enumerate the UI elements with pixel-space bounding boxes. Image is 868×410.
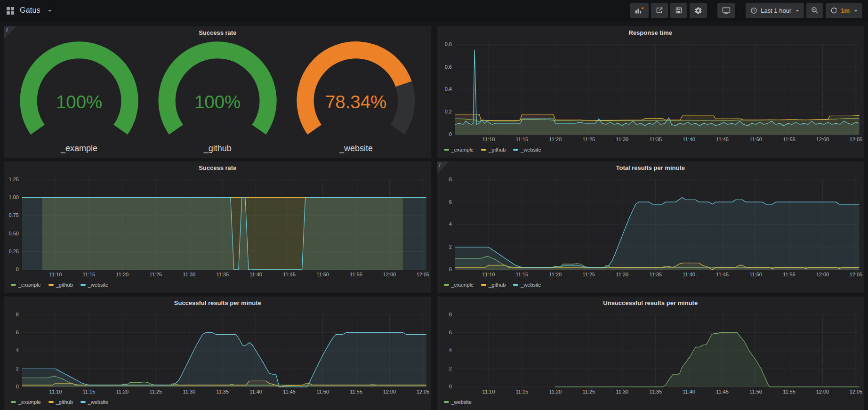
panel-title[interactable]: Response time <box>437 26 864 39</box>
legend-label: _website <box>88 399 108 405</box>
svg-text:11:45: 11:45 <box>716 272 729 277</box>
legend-swatch-icon <box>481 149 486 151</box>
svg-text:11:55: 11:55 <box>350 389 362 394</box>
panel-title[interactable]: Total results per minute <box>437 161 864 174</box>
legend-item-_website[interactable]: _website <box>80 282 108 288</box>
panel-title[interactable]: Success rate <box>4 161 431 174</box>
svg-text:11:15: 11:15 <box>83 389 96 394</box>
legend-item-_github[interactable]: _github <box>481 147 506 153</box>
svg-text:11:10: 11:10 <box>482 272 495 277</box>
legend-label: _website <box>521 147 541 153</box>
navbar: Gatus Last 1 hour 1m <box>0 0 868 21</box>
svg-text:11:30: 11:30 <box>616 389 628 394</box>
panel-title[interactable]: Success rate <box>4 26 431 39</box>
info-corner-icon[interactable]: i <box>4 26 16 39</box>
svg-text:11:20: 11:20 <box>116 389 129 394</box>
svg-text:11:30: 11:30 <box>616 272 628 277</box>
svg-text:0.75: 0.75 <box>9 212 19 218</box>
zoom-out-icon <box>811 7 819 14</box>
success-rate-chart[interactable]: 00.250.500.751.001.2511:1011:1511:2011:2… <box>4 174 431 279</box>
legend: _example_github_website <box>437 279 864 293</box>
legend: _website <box>437 396 864 410</box>
add-panel-button[interactable] <box>630 3 649 18</box>
svg-text:12:00: 12:00 <box>383 389 396 394</box>
time-range-label: Last 1 hour <box>761 7 791 14</box>
unsuccessful-results-plot[interactable]: 0246811:1011:1511:2011:2511:3011:3511:40… <box>437 309 864 396</box>
settings-button[interactable] <box>690 3 707 18</box>
save-button[interactable] <box>670 3 687 18</box>
successful-results-plot[interactable]: 0246811:1011:1511:2011:2511:3011:3511:40… <box>4 309 431 396</box>
refresh-button[interactable]: 1m <box>826 3 862 18</box>
legend-item-_example[interactable]: _example <box>444 147 474 153</box>
svg-text:11:35: 11:35 <box>649 272 662 277</box>
refresh-icon <box>830 7 837 14</box>
svg-text:8: 8 <box>449 177 451 182</box>
svg-text:1.00: 1.00 <box>9 194 19 200</box>
svg-text:11:15: 11:15 <box>515 272 528 277</box>
panel-success-rate-gauges: i Success rate 100%_example100%_github78… <box>4 26 431 158</box>
gauge-_github: 100%_github <box>148 40 287 157</box>
panel-response-time: Response time 00.20.40.60.811:1011:1511:… <box>437 26 864 158</box>
svg-text:1.25: 1.25 <box>9 177 19 182</box>
tv-mode-button[interactable] <box>717 3 735 18</box>
legend: _example_github_website <box>437 144 864 158</box>
svg-text:11:25: 11:25 <box>149 272 162 277</box>
svg-text:11:25: 11:25 <box>582 272 595 277</box>
chevron-down-icon[interactable] <box>48 10 52 12</box>
legend-item-_example[interactable]: _example <box>11 282 41 288</box>
success-rate-plot[interactable]: 00.250.500.751.001.2511:1011:1511:2011:2… <box>4 174 431 279</box>
panel-title[interactable]: Unsuccessful results per minute <box>437 297 864 309</box>
svg-text:11:50: 11:50 <box>749 389 762 394</box>
svg-text:11:35: 11:35 <box>216 272 229 277</box>
legend-label: _github <box>489 282 506 288</box>
legend-item-_website[interactable]: _website <box>444 399 472 405</box>
svg-text:11:55: 11:55 <box>783 272 796 277</box>
total-results-plot[interactable]: 0246811:1011:1511:2011:2511:3011:3511:40… <box>437 174 864 279</box>
legend-item-_github[interactable]: _github <box>481 282 506 288</box>
gauge-label: _github <box>204 144 232 157</box>
response-time-chart[interactable]: 00.20.40.60.811:1011:1511:2011:2511:3011… <box>437 39 864 144</box>
svg-text:11:20: 11:20 <box>116 272 129 277</box>
svg-text:11:15: 11:15 <box>515 137 528 142</box>
legend-item-_website[interactable]: _website <box>80 399 108 405</box>
svg-text:2: 2 <box>449 366 451 371</box>
share-button[interactable] <box>651 3 668 18</box>
gear-icon <box>694 7 702 15</box>
legend-item-_github[interactable]: _github <box>48 282 73 288</box>
svg-text:11:20: 11:20 <box>549 272 562 277</box>
svg-text:12:05: 12:05 <box>849 137 862 142</box>
legend-swatch-icon <box>11 401 16 403</box>
unsuccessful-results-chart[interactable]: 0246811:1011:1511:2011:2511:3011:3511:40… <box>437 309 864 396</box>
svg-text:11:50: 11:50 <box>749 137 762 142</box>
dashboard-title[interactable]: Gatus <box>20 6 40 15</box>
successful-results-chart[interactable]: 0246811:1011:1511:2011:2511:3011:3511:40… <box>4 309 431 396</box>
svg-text:4: 4 <box>449 348 451 354</box>
svg-text:11:30: 11:30 <box>616 137 628 142</box>
time-range-button[interactable]: Last 1 hour <box>746 3 804 18</box>
legend-swatch-icon <box>48 284 54 286</box>
gauge-arc: 100% <box>10 40 148 144</box>
zoom-out-button[interactable] <box>806 3 823 18</box>
svg-text:0.50: 0.50 <box>9 231 19 236</box>
legend-label: _website <box>521 282 541 288</box>
legend: _example_github_website <box>4 396 431 410</box>
legend-item-_website[interactable]: _website <box>513 147 541 153</box>
svg-text:11:10: 11:10 <box>49 389 62 394</box>
svg-text:11:25: 11:25 <box>582 389 595 394</box>
bar-chart-plus-icon <box>635 7 644 14</box>
total-results-chart[interactable]: 0246811:1011:1511:2011:2511:3011:3511:40… <box>437 174 864 279</box>
legend-item-_github[interactable]: _github <box>48 399 73 405</box>
legend-item-_example[interactable]: _example <box>444 282 474 288</box>
response-time-plot[interactable]: 00.20.40.60.811:1011:1511:2011:2511:3011… <box>437 39 864 144</box>
legend-item-_website[interactable]: _website <box>513 282 541 288</box>
svg-text:0: 0 <box>449 384 451 389</box>
gauge-value: 100% <box>56 92 102 112</box>
dashboard-grid-icon[interactable] <box>6 6 15 15</box>
panel-title[interactable]: Successful results per minute <box>4 297 431 309</box>
svg-text:6: 6 <box>16 330 19 335</box>
svg-text:12:05: 12:05 <box>849 272 862 277</box>
legend-item-_example[interactable]: _example <box>11 399 41 405</box>
svg-text:11:45: 11:45 <box>716 389 729 394</box>
info-corner-icon[interactable]: i <box>437 161 450 174</box>
svg-text:11:15: 11:15 <box>515 389 528 394</box>
